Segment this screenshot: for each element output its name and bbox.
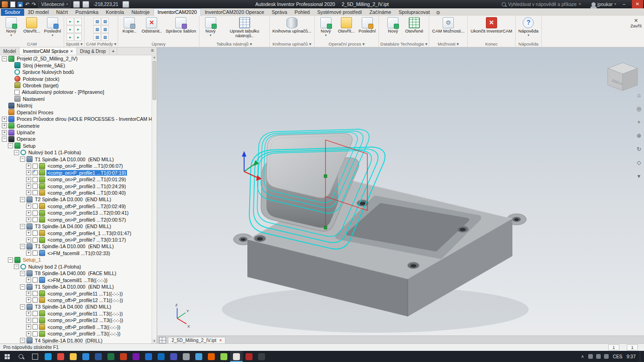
zoom-icon[interactable]: ⊕: [635, 132, 643, 139]
nov-button[interactable]: Nový▾: [201, 17, 220, 37]
tree-item[interactable]: +<comp_on>P_profile11 ...T3((-:-:-)): [0, 310, 152, 317]
operation-checkbox[interactable]: [33, 318, 38, 323]
tree-item[interactable]: −T1 Spindle-1A D10.000 (END MILL): [0, 243, 152, 250]
collapse-toggle[interactable]: −: [20, 304, 25, 309]
run-3-button[interactable]: ▸: [66, 26, 74, 33]
save-icon[interactable]: [18, 2, 23, 7]
operation-checkbox[interactable]: [33, 170, 38, 175]
tree-item[interactable]: +<comp_on>P_profile13 ...T2(0:00:41): [0, 210, 152, 216]
posledn-button[interactable]: Poslední▾: [42, 17, 62, 37]
tree-item[interactable]: Nastavení: [0, 96, 152, 102]
operation-checkbox[interactable]: [33, 331, 38, 336]
tree-item[interactable]: +<>FM_facemill ...T1(0:02:33): [0, 250, 152, 257]
otev-t-button[interactable]: Otevřít...: [337, 17, 356, 34]
expand-toggle[interactable]: +: [26, 184, 31, 189]
taskbar-app-teams[interactable]: [167, 351, 180, 362]
scroll-up-icon[interactable]: ▲: [152, 55, 157, 60]
account-menu[interactable]: jpoukar ▾: [591, 2, 616, 7]
expand-toggle[interactable]: +: [26, 204, 31, 209]
nov-button[interactable]: Nový▾: [1, 17, 21, 37]
posledn-button[interactable]: Poslední: [357, 17, 377, 34]
model-home-icon[interactable]: [159, 337, 166, 343]
upravit-tabulku-n-stroj-button[interactable]: Upravit tabulku nástrojů..: [221, 17, 268, 39]
view-2-button[interactable]: ▦: [101, 18, 109, 25]
operation-checkbox[interactable]: [33, 297, 38, 303]
new-file-icon[interactable]: [10, 1, 15, 7]
tree-item[interactable]: +<comp_on>P_profile7 ...T3(0:10:17): [0, 237, 152, 243]
look-at-icon[interactable]: ◇: [635, 159, 643, 166]
help-search-input[interactable]: Vyhledávat v nápovědě a příkaze ▾: [502, 1, 589, 7]
expand-toggle[interactable]: +: [26, 230, 31, 236]
expand-toggle[interactable]: +: [2, 117, 7, 122]
collapse-toggle[interactable]: −: [8, 143, 13, 148]
operation-checkbox[interactable]: [33, 311, 38, 316]
expand-toggle[interactable]: +: [26, 297, 31, 303]
taskbar-app-store[interactable]: [155, 351, 167, 362]
operation-checkbox[interactable]: [33, 324, 38, 329]
expand-toggle[interactable]: +: [26, 237, 31, 243]
tree-item[interactable]: +Geometrie: [0, 122, 152, 129]
expand-toggle[interactable]: +: [26, 190, 31, 195]
tree-item[interactable]: −Setup: [0, 143, 152, 149]
tree-item[interactable]: +<comp_on>P_profile1 ...T1(0:07:19): [0, 169, 152, 176]
operation-checkbox[interactable]: [33, 204, 38, 209]
collapse-toggle[interactable]: −: [20, 338, 25, 343]
tree-item[interactable]: +Proces Průvodce dírou (HOLE PROCESSES -…: [0, 116, 152, 122]
tree-item[interactable]: +Upínače: [0, 129, 152, 136]
document-tab[interactable]: 2_5D_Milling_2_IV.ipt ×: [168, 337, 226, 344]
expand-toggle[interactable]: +: [26, 217, 31, 222]
scrollbar-thumb[interactable]: [153, 61, 156, 100]
taskbar-app-autocad[interactable]: [243, 351, 255, 362]
view-cube[interactable]: ZDOLA: [608, 63, 637, 91]
run-1-button[interactable]: ▸: [66, 18, 74, 25]
group-label[interactable]: Operační proces ▾: [316, 41, 377, 47]
operation-checkbox[interactable]: [33, 184, 38, 189]
cam-mo-nosti-button[interactable]: CAM Možnosti...: [431, 17, 466, 34]
operation-checkbox[interactable]: [33, 211, 38, 216]
collapse-toggle[interactable]: −: [14, 264, 19, 269]
navigation-wheel-icon[interactable]: ◎: [635, 105, 643, 112]
minimize-button[interactable]: –: [618, 0, 630, 8]
tree-item[interactable]: Operační Proces: [0, 109, 152, 116]
tree-item[interactable]: Správce Nulových bodů: [0, 69, 152, 75]
tree-item[interactable]: Polotovar (stock): [0, 75, 152, 82]
tree-item[interactable]: −T2 Spindle-1A D3.000 (END MILL): [0, 196, 152, 203]
tree-item[interactable]: −Nulový bod 2 (1-Poloha): [0, 263, 152, 270]
operation-checkbox[interactable]: [33, 190, 38, 195]
tree-item[interactable]: +<comp_on>P_profile9 ...T3((-:-:-)): [0, 330, 152, 337]
expand-toggle[interactable]: +: [26, 177, 31, 182]
expand-toggle[interactable]: +: [26, 291, 31, 296]
material-icon[interactable]: [73, 1, 80, 8]
group-label[interactable]: CAM Pohledy ▾: [86, 41, 117, 47]
collapse-toggle[interactable]: −: [14, 150, 19, 155]
task-view-button[interactable]: [28, 351, 42, 362]
taskbar-app-edge[interactable]: [42, 351, 54, 362]
tree-item[interactable]: +<comp_off>P_profile8 ...T3((-:-:-)): [0, 324, 152, 330]
ribbon-options-gear-icon[interactable]: ⚙: [433, 9, 442, 16]
tab-pozn-mka[interactable]: Poznámka: [72, 9, 102, 16]
collapse-toggle[interactable]: −: [20, 284, 25, 290]
tab-3d-model[interactable]: 3D model: [24, 9, 53, 16]
collapse-toggle[interactable]: −: [20, 157, 25, 162]
taskbar-app-file-explorer[interactable]: [67, 351, 80, 362]
collapse-toggle[interactable]: −: [8, 257, 13, 263]
tree-item[interactable]: −Projekt (2_5D_Milling_2_IV): [0, 55, 152, 62]
view-5-button[interactable]: ▦: [93, 33, 101, 41]
style-dropdown[interactable]: Všeobecné ▾: [38, 1, 71, 8]
geometry-point-marker[interactable]: [324, 226, 327, 229]
taskbar-app-photos[interactable]: [142, 351, 155, 362]
tree-item[interactable]: −T8 Spindle-1A D40.000 (FACE MILL): [0, 270, 152, 276]
spr-vce-ablon-button[interactable]: Správce šablon: [164, 17, 197, 34]
taskbar-app-notepad[interactable]: [218, 351, 230, 362]
expand-toggle[interactable]: +: [26, 324, 31, 329]
tree-item[interactable]: −Operace: [0, 136, 152, 142]
taskbar-app-inventor[interactable]: [230, 351, 243, 362]
expand-toggle[interactable]: +: [26, 250, 31, 256]
taskbar-app-terminal[interactable]: [255, 351, 268, 362]
expand-toggle[interactable]: +: [26, 331, 31, 336]
tab-soubor[interactable]: Soubor: [1, 9, 24, 16]
tree-item[interactable]: −T3 Spindle-1A D4.000 (END MILL): [0, 223, 152, 230]
expand-toggle[interactable]: +: [26, 318, 31, 323]
tree-item[interactable]: Stroj (Hermle_5AE): [0, 62, 152, 68]
ukon-it-inventorcam-button[interactable]: Ukončit InventorCAM: [469, 17, 514, 34]
